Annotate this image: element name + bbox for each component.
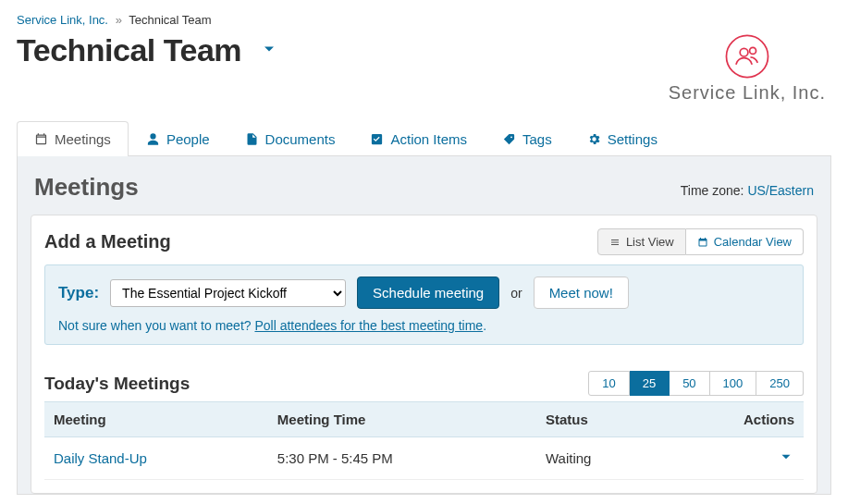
breadcrumb-root[interactable]: Service Link, Inc. [17,13,108,27]
svg-point-2 [749,47,756,54]
tab-label: Tags [522,131,552,147]
poll-hint-dot: . [483,318,486,333]
tab-action-items[interactable]: Action Items [352,121,485,156]
meet-now-button[interactable]: Meet now! [534,277,629,309]
meetings-table: Meeting Meeting Time Status Actions Dail… [44,401,804,480]
col-time: Meeting Time [268,402,536,437]
breadcrumb: Service Link, Inc. » Technical Team [17,13,831,27]
calendar-icon [34,132,48,146]
poll-attendees-link[interactable]: Poll attendees for the best meeting time [254,318,483,333]
tab-tags[interactable]: Tags [485,121,570,156]
gear-icon [587,132,601,146]
tab-settings[interactable]: Settings [570,121,675,156]
tab-label: Action Items [390,131,467,147]
tab-documents[interactable]: Documents [227,121,353,156]
timezone-link[interactable]: US/Eastern [747,183,814,198]
meeting-time: 5:30 PM - 5:45 PM [268,437,536,480]
meetings-card: Add a Meeting List View Calendar View Ty… [31,215,817,494]
section-title: Meetings [34,173,139,202]
add-meeting-panel: Type: The Essential Project Kickoff Sche… [44,264,804,345]
list-icon [609,237,621,248]
tab-label: Settings [608,131,658,147]
page-title: Technical Team [17,32,241,68]
view-toggle: List View Calendar View [597,228,804,255]
meeting-status: Waiting [536,437,665,480]
page-size-100[interactable]: 100 [710,371,757,396]
tab-bar: Meetings People Documents Action Items T… [17,120,831,156]
page-size-50[interactable]: 50 [670,371,709,396]
tag-icon [502,132,516,146]
calendar-icon [697,237,708,248]
meeting-name-link[interactable]: Daily Stand-Up [54,450,147,466]
breadcrumb-current: Technical Team [129,13,211,27]
meeting-type-select[interactable]: The Essential Project Kickoff [110,279,346,307]
timezone-label: Time zone: [681,183,748,198]
document-icon [245,132,259,146]
tab-label: Meetings [55,131,111,147]
view-label: Calendar View [714,235,792,249]
tab-label: People [166,131,210,147]
schedule-meeting-button[interactable]: Schedule meeting [357,277,499,309]
checklist-icon [370,132,384,146]
page-size-25[interactable]: 25 [630,371,670,396]
tab-meetings[interactable]: Meetings [17,121,129,156]
chevron-down-icon [778,449,794,465]
row-actions-button[interactable] [778,452,794,468]
chevron-down-icon [260,40,278,58]
brand-name: Service Link, Inc. [669,82,826,104]
timezone-display: Time zone: US/Eastern [681,183,814,198]
page-size-10[interactable]: 10 [588,371,629,396]
tab-people[interactable]: People [129,121,227,156]
svg-point-1 [740,48,748,56]
list-view-button[interactable]: List View [597,228,686,255]
user-icon [146,132,160,146]
poll-hint-prefix: Not sure when you want to meet? [58,318,254,333]
col-actions: Actions [665,402,804,437]
today-heading: Today's Meetings [44,374,190,394]
breadcrumb-sep: » [116,13,122,27]
col-meeting: Meeting [44,402,268,437]
title-dropdown-button[interactable] [260,40,278,61]
add-meeting-heading: Add a Meeting [44,231,171,252]
calendar-view-button[interactable]: Calendar View [686,228,804,255]
svg-point-0 [726,35,768,77]
tab-label: Documents [265,131,336,147]
page-size-250[interactable]: 250 [756,371,804,396]
page-size-selector: 10 25 50 100 250 [588,371,804,396]
or-text: or [510,286,522,301]
col-status: Status [536,402,665,437]
type-label: Type: [58,284,99,302]
people-circle-icon [723,32,771,80]
brand-logo: Service Link, Inc. [669,32,831,104]
view-label: List View [626,235,674,249]
table-row: Daily Stand-Up 5:30 PM - 5:45 PM Waiting [44,437,804,480]
